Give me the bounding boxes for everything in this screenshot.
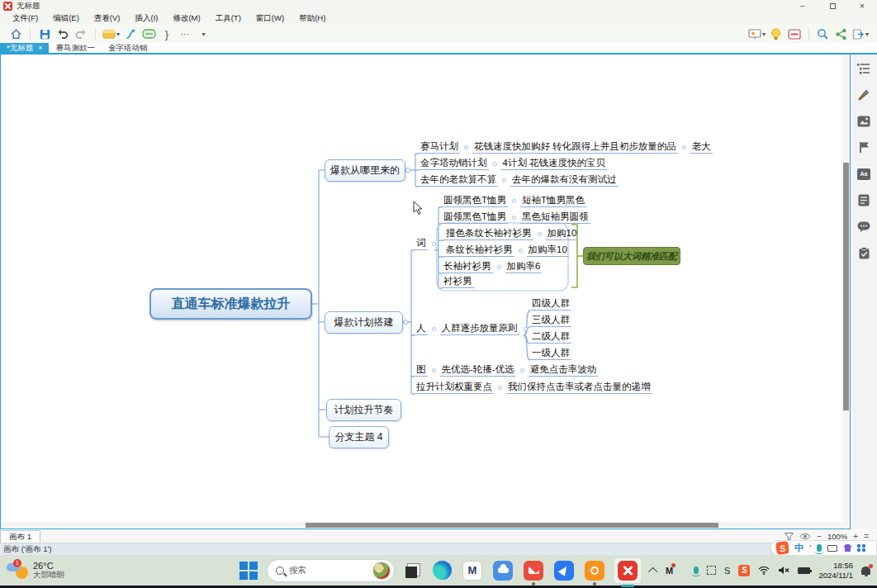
topic-text[interactable]: 一级人群 [530,347,571,360]
menu-item-0[interactable]: 文件(F) [5,12,45,25]
collapse-handle[interactable] [520,368,524,372]
ime-mic-icon[interactable] [817,544,822,552]
menu-item-3[interactable]: 插入(I) [127,12,165,25]
topic-text[interactable]: 人 [415,322,428,335]
collapse-handle[interactable] [682,145,686,149]
topic-text[interactable]: 二级人群 [530,330,571,344]
collapse-handle[interactable] [524,327,528,331]
topic-text[interactable]: 加购率10 [527,244,569,257]
share-button[interactable] [832,26,851,42]
summary-button[interactable]: } [158,26,176,42]
redo-button[interactable] [72,26,90,42]
wifi-icon[interactable] [758,566,770,575]
label-panel-button[interactable]: Aa [857,167,871,181]
save-button[interactable] [36,26,54,42]
export-button[interactable]: ▾ [851,26,870,42]
cloud-app-button[interactable] [492,560,514,581]
mindmap-canvas[interactable] [0,55,851,529]
ime-keyboard-icon[interactable] [827,545,837,552]
m-doc-app-button[interactable]: M [462,560,483,581]
docs-app-button[interactable] [553,560,575,581]
menu-item-6[interactable]: 窗口(W) [249,12,292,25]
topic-text[interactable]: 赛马计划 [419,140,460,154]
tray-expand-button[interactable] [651,567,657,574]
weather-widget[interactable]: 1 26°C 大部晴朗 [0,561,140,581]
more-tools-button[interactable]: ⋯ [176,26,194,42]
restore-button[interactable] [818,0,847,12]
menu-item-7[interactable]: 帮助(H) [292,12,333,25]
topic-branch-4[interactable]: 分支主题 4 [329,426,389,448]
collapse-handle[interactable] [519,249,523,253]
topic-text[interactable]: 先优选-轮播-优选 [440,363,516,377]
topic-text[interactable]: 拉升计划权重要点 [415,381,494,394]
document-tab-1[interactable]: 赛马测款一 [49,43,102,53]
collapse-handle[interactable] [512,216,516,220]
collapse-handle[interactable] [432,368,436,372]
xmind-app-button[interactable] [614,558,641,583]
topic-text[interactable]: 去年的老款算不算 [419,173,498,187]
outline-panel-button[interactable] [857,61,871,75]
topic-text[interactable]: 去年的爆款有没有测试过 [510,173,619,187]
clock-widget[interactable]: 18:56 2024/11/1 [818,561,853,580]
relationship-button[interactable] [121,26,140,42]
menu-item-1[interactable]: 编辑(E) [45,12,87,25]
menu-item-5[interactable]: 工具(T) [208,12,249,25]
camera-app-button[interactable] [584,560,605,581]
tab-close-icon[interactable]: × [38,44,42,52]
eye-icon[interactable] [799,533,811,540]
format-panel-button[interactable] [857,88,871,102]
topic-text[interactable]: 4计划 花钱速度快的宝贝 [501,157,608,170]
notification-bell-button[interactable] [861,567,870,575]
lightbulb-button[interactable] [767,26,785,42]
mail-app-button[interactable] [523,560,544,581]
menu-item-2[interactable]: 查看(V) [87,12,128,25]
topic-branch-rhythm[interactable]: 计划拉升节奏 [326,399,401,421]
sheet-dropdown-icon[interactable]: ▾ [116,31,120,38]
sheet-tab-canvas1[interactable]: 画布 1 [0,530,40,543]
marker-panel-button[interactable] [857,140,871,154]
collapse-handle[interactable] [512,199,516,203]
search-button[interactable] [814,26,832,42]
edge-app-button[interactable] [431,560,453,581]
topic-text[interactable]: 加购率6 [505,260,543,273]
topic-text[interactable]: 短袖T恤男黑色 [520,194,586,207]
collapse-handle[interactable] [432,327,436,331]
collapse-handle[interactable] [498,386,502,390]
boundary-button[interactable] [140,26,158,42]
document-tab-0[interactable]: *无标题× [0,43,49,53]
collapse-handle[interactable] [538,232,542,236]
collapse-handle[interactable] [432,242,436,246]
topic-text[interactable]: 我们保持点击率或者点击量的递增 [506,381,652,394]
topic-branch-source[interactable]: 爆款从哪里来的 [325,159,405,182]
topic-text[interactable]: 撞色条纹长袖衬衫男 [444,227,533,240]
minimize-button[interactable]: − [788,0,818,12]
menu-item-4[interactable]: 修改(M) [165,12,207,25]
tray-snip-icon[interactable] [707,566,716,575]
ime-punctuation-indicator[interactable]: ’ [809,543,811,553]
horizontal-scrollbar-thumb[interactable] [306,523,718,528]
collapse-handle[interactable] [464,145,468,149]
topic-text[interactable]: 三级人群 [530,314,571,327]
home-button[interactable] [7,26,25,42]
topic-text[interactable]: 圆领黑色T恤男 [442,211,508,224]
image-panel-button[interactable] [857,114,871,128]
presentation-dropdown-icon[interactable]: ▾ [762,31,766,38]
topic-text[interactable]: 衬衫男 [442,275,474,288]
toolbar-dropdown-button[interactable]: ▾ [194,26,212,42]
export-dropdown-icon[interactable]: ▾ [865,31,869,38]
topic-branch-build[interactable]: 爆款计划搭建 [325,311,403,334]
topic-text[interactable]: 金字塔动销计划 [419,157,489,170]
task-panel-button[interactable] [857,246,871,260]
topic-central[interactable]: 直通车标准爆款拉升 [149,288,312,320]
topic-text[interactable]: 黑色短袖男圆领 [520,211,590,224]
start-button[interactable] [239,562,258,580]
document-tab-2[interactable]: 金字塔动销 [102,43,154,53]
topic-text[interactable]: 老大 [690,140,713,154]
close-button[interactable]: × [847,0,877,12]
topic-text[interactable]: 加购10 [546,227,579,240]
volume-muted-icon[interactable] [778,566,789,575]
comment-panel-button[interactable] [857,220,871,234]
ime-mode-indicator[interactable]: 中 [794,542,804,554]
topic-callout[interactable]: 我们可以大词精准匹配 [583,247,680,265]
topic-text[interactable]: 条纹长袖衬衫男 [444,244,514,257]
